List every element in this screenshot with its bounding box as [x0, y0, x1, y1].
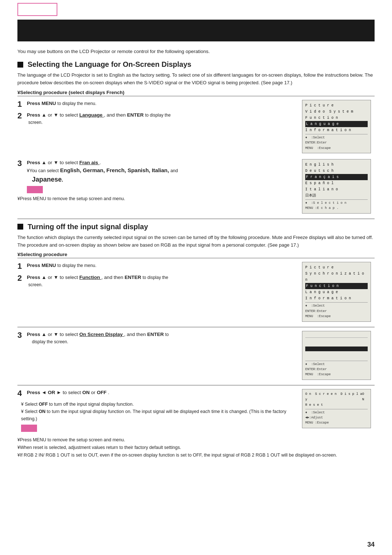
- black-square-icon: [17, 62, 23, 68]
- separator1: [17, 219, 375, 219]
- footer-note1: ¥When reset is selected, adjustment valu…: [17, 444, 375, 451]
- step2-content: Press ▲ or ▼ to select Language , and th…: [27, 112, 295, 126]
- lcd-screen5: O n S c r e e n D i s p l a y O N R e s …: [302, 389, 371, 428]
- s2-step2-num: 2: [17, 274, 24, 283]
- separator2: [17, 327, 375, 327]
- s2-step4-num: 4: [17, 389, 24, 398]
- top-label: [17, 3, 57, 16]
- section1-screen2: E n g l i s h D e u t s c h F r a n ç a …: [302, 159, 375, 214]
- section2: Turning off the input signal display The…: [17, 223, 375, 459]
- section2-step4-area: 4 Press ◄ OR ► to select ON or OFF . ¥ S…: [17, 389, 375, 432]
- section1-step3-col: 3 Press ▲ or ▼ to select Fran ais . ¥You…: [17, 159, 295, 214]
- separator3: [17, 385, 375, 385]
- section1-step3-area: 3 Press ▲ or ▼ to select Fran ais . ¥You…: [17, 159, 375, 214]
- lcd-screen3: P i c t u r e S y n c h r o n i z a t i …: [302, 262, 371, 321]
- s2-step3-content: Press ▲ or ▼ to select On Screen Display…: [27, 331, 295, 346]
- step3-content: Press ▲ or ▼ to select Fran ais . ¥You c…: [27, 159, 295, 193]
- section2-step1: 1 Press MENU to display the menu.: [17, 262, 295, 271]
- section2-screen3: O n S c r e e n D i s p l a y O N R e s …: [302, 389, 375, 432]
- section2-step2: 2 Press ▲ or ▼ to select Function , and …: [17, 274, 295, 289]
- section2-steps12: 1 Press MENU to display the menu. 2 Pres…: [17, 262, 375, 321]
- step3-num: 3: [17, 159, 24, 168]
- menu-note1: ¥Press MENU to remove the setup screen a…: [17, 196, 295, 201]
- footer-note2: ¥If RGB 2 IN/ RGB 1 OUT is set to OUT, e…: [17, 451, 375, 459]
- section1-step1: 1 Press MENU to display the menu.: [17, 100, 295, 109]
- section2-step3: 3 Press ▲ or ▼ to select On Screen Displ…: [17, 331, 295, 346]
- header-bar: [17, 20, 375, 41]
- section1-step3: 3 Press ▲ or ▼ to select Fran ais . ¥You…: [17, 159, 295, 193]
- step2-num: 2: [17, 112, 24, 120]
- section1: Selecting the Language for On-Screen Dis…: [17, 60, 375, 214]
- section2-steps12-col: 1 Press MENU to display the menu. 2 Pres…: [17, 262, 295, 321]
- section2-screen2: ♦ :Select ENTER:Enter MENU :Escape: [302, 331, 375, 380]
- lcd-screen2: E n g l i s h D e u t s c h F r a n ç a …: [302, 159, 371, 214]
- section2-step4-col: 4 Press ◄ OR ► to select ON or OFF . ¥ S…: [17, 389, 295, 432]
- s2-step1-num: 1: [17, 262, 24, 271]
- section1-description: The language of the LCD Projector is set…: [17, 72, 375, 87]
- s2-step1-content: Press MENU to display the menu.: [27, 262, 295, 269]
- step4-note1: ¥ Select OFF to turn off the input signa…: [21, 401, 295, 422]
- section1-sub-heading: ¥Selecting procedure (select displays Fr…: [17, 90, 375, 96]
- section1-steps12: 1 Press MENU to display the menu. 2 Pres…: [17, 100, 375, 153]
- intro-text: You may use buttons on the LCD Projector…: [17, 48, 375, 55]
- section2-step3-col: 3 Press ▲ or ▼ to select On Screen Displ…: [17, 331, 295, 380]
- s2-step2-content: Press ▲ or ▼ to select Function , and th…: [27, 274, 295, 289]
- pink-block-2: [21, 425, 37, 432]
- section1-steps12-col: 1 Press MENU to display the menu. 2 Pres…: [17, 100, 295, 153]
- section2-sub-heading: ¥Selecting procedure: [17, 252, 375, 258]
- step1-num: 1: [17, 100, 24, 109]
- s2-step4-content: Press ◄ OR ► to select ON or OFF .: [27, 389, 295, 396]
- section2-screen1: P i c t u r e S y n c h r o n i z a t i …: [302, 262, 375, 321]
- section2-step3-area: 3 Press ▲ or ▼ to select On Screen Displ…: [17, 331, 375, 380]
- footer-notes: ¥Press MENU to remove the setup screen a…: [17, 436, 375, 459]
- s2-step3-num: 3: [17, 331, 24, 340]
- pink-block-1: [27, 186, 43, 193]
- section1-step2: 2 Press ▲ or ▼ to select Language , and …: [17, 112, 295, 126]
- page-number: 34: [367, 541, 375, 548]
- section1-title: Selecting the Language for On-Screen Dis…: [17, 60, 375, 69]
- lcd-screen1: P i c t u r e V i d e o S y s t e m F u …: [302, 100, 371, 153]
- section2-step4: 4 Press ◄ OR ► to select ON or OFF .: [17, 389, 295, 398]
- section2-description: The function which displays the currentl…: [17, 234, 375, 249]
- black-square-icon2: [17, 224, 23, 230]
- section2-title: Turning off the input signal display: [17, 223, 375, 231]
- menu-note2: ¥Press MENU to remove the setup screen a…: [17, 436, 375, 444]
- section1-screen1: P i c t u r e V i d e o S y s t e m F u …: [302, 100, 375, 153]
- lcd-screen4: ♦ :Select ENTER:Enter MENU :Escape: [302, 331, 371, 380]
- step1-content: Press MENU to display the menu.: [27, 100, 295, 107]
